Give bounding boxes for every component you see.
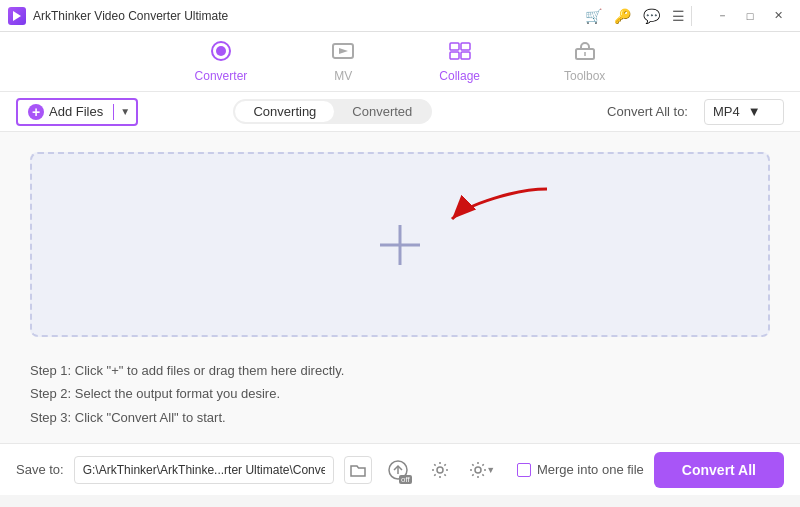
save-path-input[interactable]	[74, 456, 334, 484]
add-files-button[interactable]: + Add Files ▼	[16, 98, 138, 126]
drop-zone-crosshair	[380, 225, 420, 265]
format-value: MP4	[713, 104, 740, 119]
menu-icon[interactable]: ☰	[672, 8, 685, 24]
close-button[interactable]: ✕	[764, 5, 792, 27]
drop-zone-wrapper	[0, 132, 800, 347]
instruction-step1: Step 1: Click "+" to add files or drag t…	[30, 359, 770, 382]
converter-label: Converter	[195, 69, 248, 83]
tab-collage[interactable]: Collage	[427, 37, 492, 87]
nav-tabs: Converter MV Collage	[0, 32, 800, 92]
svg-rect-5	[461, 43, 470, 50]
instruction-step2: Step 2: Select the output format you des…	[30, 382, 770, 405]
main-area: Step 1: Click "+" to add files or drag t…	[0, 132, 800, 495]
red-arrow	[437, 184, 557, 244]
more-settings-button[interactable]: ▼	[466, 454, 498, 486]
gear-dropdown-arrow: ▼	[486, 465, 495, 475]
settings-icon	[430, 460, 450, 480]
svg-point-13	[437, 467, 443, 473]
window-controls: － □ ✕	[708, 5, 792, 27]
open-folder-button[interactable]	[344, 456, 372, 484]
titlebar-icons: 🛒 🔑 💬 ☰	[585, 8, 685, 24]
svg-rect-6	[450, 52, 459, 59]
merge-checkbox[interactable]	[517, 463, 531, 477]
speed-tool-button[interactable]: off	[382, 454, 414, 486]
drop-zone[interactable]	[30, 152, 770, 337]
tab-converted[interactable]: Converted	[334, 101, 430, 122]
tab-toolbox[interactable]: Toolbox	[552, 37, 617, 87]
tab-converting[interactable]: Converting	[235, 101, 334, 122]
toolbox-label: Toolbox	[564, 69, 605, 83]
svg-point-2	[216, 46, 226, 56]
folder-icon	[350, 463, 366, 477]
app-title: ArkThinker Video Converter Ultimate	[33, 9, 585, 23]
cart-icon[interactable]: 🛒	[585, 8, 602, 24]
sub-tabs: Converting Converted	[233, 99, 432, 124]
convert-all-to-label: Convert All to:	[607, 104, 688, 119]
tab-converter[interactable]: Converter	[183, 37, 260, 87]
bottom-bar: Save to: off ▼	[0, 443, 800, 495]
svg-marker-0	[13, 11, 21, 21]
toolbar: + Add Files ▼ Converting Converted Conve…	[0, 92, 800, 132]
toolbox-icon	[573, 41, 597, 66]
add-files-label: Add Files	[49, 104, 103, 119]
chat-icon[interactable]: 💬	[643, 8, 660, 24]
mv-label: MV	[334, 69, 352, 83]
merge-text: Merge into one file	[537, 462, 644, 477]
maximize-button[interactable]: □	[736, 5, 764, 27]
add-files-dropdown-arrow[interactable]: ▼	[114, 106, 136, 117]
titlebar-divider	[691, 6, 692, 26]
off-badge: off	[399, 475, 412, 484]
minimize-button[interactable]: －	[708, 5, 736, 27]
mv-icon	[331, 41, 355, 66]
instructions: Step 1: Click "+" to add files or drag t…	[0, 347, 800, 429]
save-to-label: Save to:	[16, 462, 64, 477]
gear-dropdown-icon	[468, 460, 488, 480]
format-dropdown-arrow: ▼	[748, 104, 761, 119]
converter-icon	[209, 41, 233, 66]
collage-label: Collage	[439, 69, 480, 83]
svg-point-14	[475, 467, 481, 473]
instruction-step3: Step 3: Click "Convert All" to start.	[30, 406, 770, 429]
format-dropdown[interactable]: MP4 ▼	[704, 99, 784, 125]
svg-rect-7	[461, 52, 470, 59]
key-icon[interactable]: 🔑	[614, 8, 631, 24]
app-logo	[8, 7, 26, 25]
svg-rect-4	[450, 43, 459, 50]
settings-tool-button[interactable]	[424, 454, 456, 486]
tab-mv[interactable]: MV	[319, 37, 367, 87]
collage-icon	[448, 41, 472, 66]
add-files-main: + Add Files	[18, 104, 114, 120]
plus-icon: +	[28, 104, 44, 120]
merge-into-one-label[interactable]: Merge into one file	[517, 462, 644, 477]
titlebar: ArkThinker Video Converter Ultimate 🛒 🔑 …	[0, 0, 800, 32]
convert-all-button[interactable]: Convert All	[654, 452, 784, 488]
